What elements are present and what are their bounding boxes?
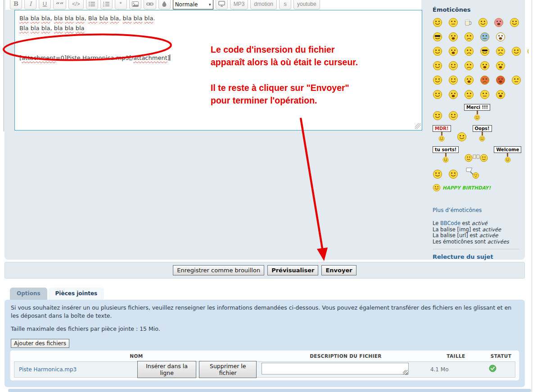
- asterisk-button[interactable]: *: [115, 0, 127, 9]
- annotation-line: pour terminer l'opération.: [211, 94, 358, 107]
- annotation-line: Il te reste à cliquer sur "Envoyer": [211, 81, 358, 94]
- bbcode-status-line: La balise [url] est activée: [433, 233, 528, 239]
- emoticon-shocked[interactable]: [496, 32, 505, 42]
- underline-button[interactable]: U: [39, 0, 51, 9]
- emoticon-in-love[interactable]: [494, 18, 504, 27]
- emoticon-double-thumbs-up[interactable]: [433, 61, 442, 71]
- emoticons-title: Émoticônes: [433, 6, 528, 13]
- emoticon-excited-scream[interactable]: [496, 61, 505, 71]
- tab-attachments[interactable]: Pièces jointes: [49, 288, 104, 300]
- bbcode-toolbar: BIU““</>*Normale▾MP3dmotionsyoutube: [10, 0, 320, 9]
- emoticon-whistling[interactable]: [511, 75, 521, 85]
- dmotion-button[interactable]: dmotion: [250, 0, 277, 9]
- emoticon-cool-rocker[interactable]: [433, 32, 442, 42]
- emoticon-bowing[interactable]: [433, 111, 442, 121]
- emoticon-rock-on[interactable]: [510, 18, 519, 27]
- emoticon-party[interactable]: [433, 169, 442, 179]
- emoticon-wide-eyes[interactable]: [448, 90, 458, 99]
- attachment-row: Piste Harmonica.mp3 Insérer dans la lign…: [14, 361, 515, 378]
- preview-button[interactable]: Prévisualiser: [267, 265, 318, 275]
- divider: [433, 249, 519, 249]
- emoticon-very-happy[interactable]: [433, 18, 442, 27]
- attachments-panel: Si vous souhaitez insérer un ou plusieur…: [5, 300, 525, 387]
- emoticon-rolling-eyes[interactable]: [480, 90, 490, 99]
- emoticon-grin[interactable]: [433, 46, 442, 56]
- add-files-button[interactable]: Ajouter des fichiers: [11, 339, 69, 348]
- emoticon-champion-trophy[interactable]: [480, 61, 490, 71]
- emoticon-applause[interactable]: [433, 90, 442, 99]
- topic-review-link[interactable]: Relecture du sujet: [433, 253, 493, 260]
- emoticon-straight-face[interactable]: [448, 18, 458, 27]
- list-ol-button[interactable]: [100, 0, 113, 9]
- strike-button[interactable]: s: [279, 0, 291, 9]
- italic-button[interactable]: I: [24, 0, 36, 9]
- link-button[interactable]: [144, 0, 156, 9]
- attachments-table: NOM DESCRIPTION DU FICHIER TAILLE STATUT…: [10, 350, 519, 381]
- list-ul-button[interactable]: [86, 0, 98, 9]
- attachment-status: [470, 365, 515, 374]
- bold-button[interactable]: B: [10, 0, 22, 9]
- emoticon-beer-cheers[interactable]: [465, 152, 488, 163]
- emoticon-thumb-down[interactable]: [464, 61, 474, 71]
- emoticon-cool[interactable]: [480, 46, 490, 56]
- format-select[interactable]: Normale▾: [173, 0, 213, 9]
- emoticon-thumb-up[interactable]: [448, 61, 458, 71]
- text-cursor: [170, 54, 170, 61]
- attachments-table-header: NOM DESCRIPTION DU FICHIER TAILLE STATUT: [10, 351, 519, 361]
- emoticon-nervous-grin[interactable]: [511, 46, 521, 56]
- emoticon-laugh-duo[interactable]: [448, 169, 458, 179]
- bbcode-status-block: Le BBCode est activéLa balise [img] est …: [433, 221, 528, 260]
- tab-options[interactable]: Options: [10, 288, 47, 300]
- mp3-button[interactable]: MP3: [230, 0, 248, 9]
- code-button[interactable]: </>: [68, 0, 83, 9]
- emoticon-winking[interactable]: [448, 75, 458, 85]
- emoticon-happy-birthday[interactable]: HAPPY BIRTHDAY!: [433, 184, 491, 192]
- emoticon-mad[interactable]: [480, 75, 490, 85]
- emoticons-sidebar: Émoticônes Merci !!!MDR!Oops!tu sorts!We…: [433, 6, 528, 211]
- emoticon-tongue-out[interactable]: [448, 32, 458, 42]
- delete-file-button[interactable]: Supprimer le fichier: [199, 361, 257, 378]
- more-emoticons-link[interactable]: Plus d’émoticônes: [433, 207, 482, 213]
- tutorial-annotation: Le code d'insersion du fichier apparaît …: [211, 43, 358, 107]
- font-color-button[interactable]: [158, 0, 171, 9]
- emoticon-beer-mug[interactable]: [464, 18, 472, 27]
- editor-text-line: Bla bla bla, bla bla bla: [19, 23, 417, 33]
- emoticon-sleepy[interactable]: [480, 32, 490, 42]
- emoticon-crying-girl[interactable]: [464, 32, 474, 42]
- youtube-button[interactable]: youtube: [293, 0, 320, 9]
- emoticon-oops-sign[interactable]: Oops!: [473, 125, 492, 142]
- annotation-line: Le code d'insersion du fichier: [211, 43, 358, 56]
- emoticon-head-bang-wall[interactable]: [496, 75, 505, 85]
- submit-strip: Enregistrer comme brouillon Prévisualise…: [5, 262, 525, 279]
- quote-button[interactable]: ““: [53, 0, 66, 9]
- emoticon-mdr-sign[interactable]: MDR!: [433, 125, 451, 142]
- emoticon-angry[interactable]: [496, 46, 505, 56]
- emoticon-welcome-sign[interactable]: Welcome: [494, 146, 521, 163]
- status-ok-icon: [489, 365, 496, 372]
- emoticon-wink[interactable]: [478, 18, 488, 27]
- emoticon-laughing[interactable]: [433, 75, 442, 85]
- header-taille: TAILLE: [429, 352, 483, 360]
- emoticon-lol[interactable]: [464, 75, 474, 85]
- emoticon-thinking[interactable]: [527, 46, 528, 56]
- insert-inline-button[interactable]: Insérer dans la ligne: [137, 361, 196, 378]
- bbcode-faq-link[interactable]: BBCode: [440, 220, 460, 226]
- file-description-input[interactable]: [262, 363, 409, 374]
- emoticon-surprised[interactable]: [448, 46, 458, 56]
- posting-panel: BIU““</>*Normale▾MP3dmotionsyoutube Bla …: [5, 0, 525, 260]
- save-draft-button[interactable]: Enregistrer comme brouillon: [173, 265, 264, 275]
- submit-button[interactable]: Envoyer: [321, 265, 356, 275]
- attachment-filename-link[interactable]: Piste Harmonica.mp3: [14, 365, 137, 374]
- emoticon-tu-sorts-sign[interactable]: tu sorts!: [433, 146, 459, 163]
- emoticon-group-hug[interactable]: [457, 132, 467, 142]
- format-select-value: Normale: [175, 1, 198, 8]
- emoticon-white-flag[interactable]: [464, 167, 480, 179]
- emoticon-upset[interactable]: [464, 90, 474, 99]
- emoticon-weightlifter[interactable]: [448, 111, 458, 121]
- flash-button[interactable]: [216, 0, 228, 9]
- image-button[interactable]: [129, 0, 141, 9]
- emoticon-worried[interactable]: [464, 46, 474, 56]
- emoticon-merci-sign[interactable]: Merci !!!: [464, 104, 490, 121]
- emoticon-machine-gun[interactable]: [496, 90, 505, 99]
- textarea-resize-handle[interactable]: [415, 123, 421, 129]
